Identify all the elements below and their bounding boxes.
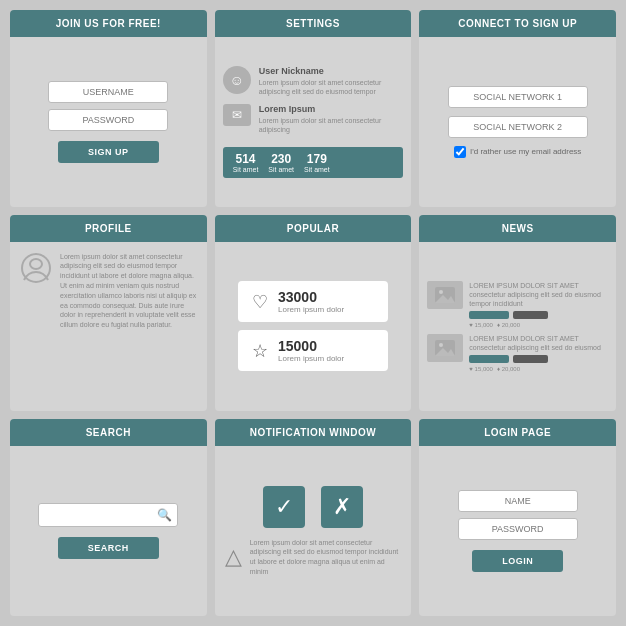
main-grid: JOIN US FOR FREE! SIGN UP SETTINGS ☺ Use… [0,0,626,626]
popular-header: POPULAR [215,215,412,242]
svg-point-3 [439,290,443,294]
popular-item-2: ☆ 15000 Lorem ipsum dolor [238,330,388,371]
news-item-1: LOREM IPSUM DOLOR SIT AMET consectetur a… [427,281,608,328]
notification-body: ✓ ✗ △ Lorem ipsum dolor sit amet consect… [215,446,412,616]
confirm-button[interactable]: ✓ [263,486,305,528]
connect-body: I'd rather use my email address [419,37,616,207]
news-bar-labels-2: ♥ 15,000 ♦ 20,000 [469,366,608,372]
popular-count-1: 33000 [278,289,344,305]
popular-count-2: 15000 [278,338,344,354]
connect-title: CONNECT TO SIGN UP [458,18,577,29]
profile-icon [20,252,52,291]
search-button[interactable]: SEARCH [58,537,159,559]
news-content-2: LOREM IPSUM DOLOR SIT AMET consectetur a… [469,334,608,372]
social-network-1-input[interactable] [448,86,588,108]
heart-icon: ♡ [252,291,268,313]
stat-2-number: 230 [268,152,294,166]
search-body: 🔍 SEARCH [10,446,207,616]
warning-icon: △ [225,544,242,570]
popular-label-1: Lorem ipsum dolor [278,305,344,314]
login-title: LOGIN PAGE [484,427,551,438]
settings-body: ☺ User Nickname Lorem ipsum dolor sit am… [215,37,412,207]
stat-1-number: 514 [233,152,259,166]
warning-row: △ Lorem ipsum dolor sit amet consectetur… [225,538,402,577]
news-bar-dark-1 [513,311,548,319]
news-bar-teal-2 [469,355,509,363]
password-input[interactable] [48,109,168,131]
settings-mail-block: Lorem Ipsum Lorem ipsum dolor sit amet c… [259,104,404,134]
cancel-button[interactable]: ✗ [321,486,363,528]
settings-title: SETTINGS [286,18,340,29]
news-bar-teal-1 [469,311,509,319]
news-card: NEWS LOREM IPSUM DOLOR SIT AMET consecte… [419,215,616,412]
settings-card: SETTINGS ☺ User Nickname Lorem ipsum dol… [215,10,412,207]
stat-3: 179 Sit amet [304,152,330,173]
connect-header: CONNECT TO SIGN UP [419,10,616,37]
login-password-input[interactable] [458,518,578,540]
star-icon: ☆ [252,340,268,362]
notification-title: NOTIFICATION WINDOW [250,427,377,438]
svg-point-6 [439,343,443,347]
news-bar-labels-1: ♥ 15,000 ♦ 20,000 [469,322,608,328]
stat-2-label: Sit amet [268,166,294,173]
popular-item-1-info: 33000 Lorem ipsum dolor [278,289,344,314]
popular-item-1: ♡ 33000 Lorem ipsum dolor [238,281,388,322]
settings-user-block: User Nickname Lorem ipsum dolor sit amet… [259,66,404,96]
news-bar-label-1a: ♥ 15,000 [469,322,493,328]
login-body: LOGIN [419,446,616,616]
settings-user-title: User Nickname [259,66,404,76]
notification-header: NOTIFICATION WINDOW [215,419,412,446]
stat-3-number: 179 [304,152,330,166]
news-bar-dark-2 [513,355,548,363]
search-card: SEARCH 🔍 SEARCH [10,419,207,616]
news-text-2: LOREM IPSUM DOLOR SIT AMET consectetur a… [469,334,608,352]
settings-header: SETTINGS [215,10,412,37]
news-bar-label-1b: ♦ 20,000 [497,322,520,328]
warning-text: Lorem ipsum dolor sit amet consectetur a… [250,538,402,577]
signup-button[interactable]: SIGN UP [58,141,159,163]
settings-mail-title: Lorem Ipsum [259,104,404,114]
login-card: LOGIN PAGE LOGIN [419,419,616,616]
popular-item-2-info: 15000 Lorem ipsum dolor [278,338,344,363]
settings-user-row: ☺ User Nickname Lorem ipsum dolor sit am… [223,66,404,96]
svg-point-1 [30,259,42,269]
news-image-1 [427,281,463,309]
mail-icon: ✉ [223,104,251,126]
notification-buttons: ✓ ✗ [263,486,363,528]
popular-body: ♡ 33000 Lorem ipsum dolor ☆ 15000 Lorem … [215,242,412,412]
settings-mail-row: ✉ Lorem Ipsum Lorem ipsum dolor sit amet… [223,104,404,134]
join-header: JOIN US FOR FREE! [10,10,207,37]
news-image-2 [427,334,463,362]
stat-3-label: Sit amet [304,166,330,173]
join-card: JOIN US FOR FREE! SIGN UP [10,10,207,207]
email-checkbox[interactable] [454,146,466,158]
news-body: LOREM IPSUM DOLOR SIT AMET consectetur a… [419,242,616,412]
search-header: SEARCH [10,419,207,446]
stat-1-label: Sit amet [233,166,259,173]
news-text-1: LOREM IPSUM DOLOR SIT AMET consectetur a… [469,281,608,308]
username-input[interactable] [48,81,168,103]
profile-body: Lorem ipsum dolor sit amet consectetur a… [10,242,207,412]
join-body: SIGN UP [10,37,207,207]
news-bar-row-1 [469,311,608,319]
search-icon-button[interactable]: 🔍 [157,508,172,522]
login-name-input[interactable] [458,490,578,512]
popular-title: POPULAR [287,223,339,234]
connect-checkbox-row: I'd rather use my email address [454,146,581,158]
profile-card: PROFILE Lorem ipsum dolor sit amet conse… [10,215,207,412]
notification-card: NOTIFICATION WINDOW ✓ ✗ △ Lorem ipsum do… [215,419,412,616]
stat-1: 514 Sit amet [233,152,259,173]
login-button[interactable]: LOGIN [472,550,563,572]
join-title: JOIN US FOR FREE! [56,18,161,29]
news-bar-label-2a: ♥ 15,000 [469,366,493,372]
stat-2: 230 Sit amet [268,152,294,173]
popular-label-2: Lorem ipsum dolor [278,354,344,363]
search-title: SEARCH [86,427,131,438]
profile-header: PROFILE [10,215,207,242]
settings-stats: 514 Sit amet 230 Sit amet 179 Sit amet [223,147,404,178]
news-bar-row-2 [469,355,608,363]
news-item-2: LOREM IPSUM DOLOR SIT AMET consectetur a… [427,334,608,372]
social-network-2-input[interactable] [448,116,588,138]
settings-mail-desc: Lorem ipsum dolor sit amet consectetur a… [259,116,404,134]
news-title: NEWS [502,223,534,234]
